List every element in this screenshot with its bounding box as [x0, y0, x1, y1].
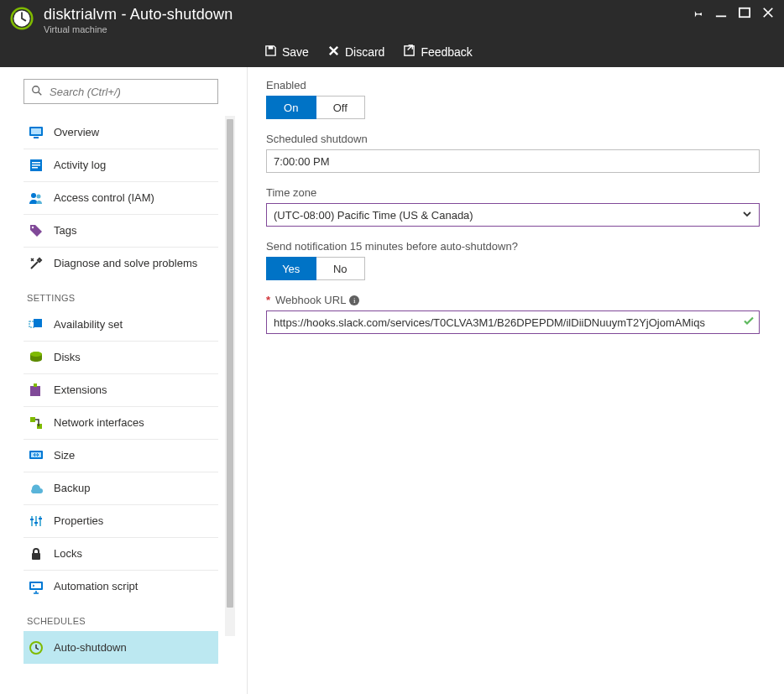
sidebar-item-label: Tags [54, 224, 76, 237]
notify-no[interactable]: No [316, 257, 366, 280]
search-field[interactable] [48, 85, 211, 99]
sidebar-item-availability-set[interactable]: Availability set [24, 308, 218, 341]
search-input[interactable] [24, 79, 218, 104]
properties-icon [29, 514, 44, 529]
backup-icon [29, 481, 44, 496]
info-icon[interactable]: i [349, 295, 359, 305]
sidebar-item-label: Availability set [54, 318, 123, 331]
sidebar-item-disks[interactable]: Disks [24, 341, 218, 373]
svg-point-15 [37, 194, 41, 198]
svg-rect-32 [39, 518, 42, 519]
minimize-icon[interactable] [715, 7, 727, 21]
sidebar-item-auto-shutdown[interactable]: Auto-shutdown [24, 631, 218, 664]
sidebar-item-network-interfaces[interactable]: Network interfaces [24, 406, 218, 439]
svg-rect-3 [740, 8, 750, 18]
notify-toggle[interactable]: Yes No [266, 257, 365, 280]
sidebar-section-schedules: SCHEDULES [24, 603, 218, 631]
sidebar-item-properties[interactable]: Properties [24, 504, 218, 537]
sidebar-item-activity-log[interactable]: Activity log [24, 149, 218, 181]
log-icon [29, 158, 44, 173]
sidebar-scrollbar[interactable] [225, 116, 235, 636]
size-icon [29, 448, 44, 463]
svg-point-14 [31, 193, 36, 198]
svg-rect-21 [30, 386, 40, 396]
scheduled-shutdown-input[interactable] [266, 149, 760, 173]
save-label: Save [282, 45, 309, 59]
enabled-off[interactable]: Off [316, 96, 366, 119]
scrollbar-thumb[interactable] [227, 119, 233, 608]
svg-rect-33 [32, 553, 40, 560]
maximize-icon[interactable] [739, 7, 750, 21]
sidebar-item-label: Disks [54, 351, 81, 363]
notify-label: Send notification 15 minutes before auto… [266, 240, 766, 253]
sidebar-item-size[interactable]: Size [24, 439, 218, 472]
svg-rect-31 [34, 522, 38, 524]
svg-rect-29 [39, 516, 41, 526]
svg-point-16 [32, 226, 34, 227]
chevron-down-icon [742, 209, 752, 222]
page-title: disktrialvm - Auto-shutdown [44, 5, 692, 23]
svg-rect-22 [34, 384, 37, 387]
sidebar-item-label: Locks [54, 547, 82, 560]
webhook-label: Webhook URL [275, 294, 346, 306]
notify-yes[interactable]: Yes [266, 257, 316, 280]
tag-icon [29, 223, 44, 238]
svg-rect-24 [37, 424, 42, 429]
lock-icon [29, 546, 44, 561]
svg-point-20 [30, 352, 42, 357]
sidebar-item-tags[interactable]: Tags [24, 214, 218, 247]
svg-rect-23 [30, 417, 35, 422]
sidebar-item-extensions[interactable]: Extensions [24, 373, 218, 406]
required-asterisk: * [266, 294, 270, 306]
script-icon [29, 579, 44, 594]
svg-rect-12 [32, 164, 40, 166]
sidebar-item-locks[interactable]: Locks [24, 537, 218, 570]
enabled-label: Enabled [266, 79, 766, 91]
sidebar-item-access-control[interactable]: Access control (IAM) [24, 181, 218, 214]
sidebar-item-backup[interactable]: Backup [24, 472, 218, 504]
feedback-label: Feedback [421, 45, 472, 59]
sidebar-item-label: Access control (IAM) [54, 191, 154, 204]
webhook-input[interactable] [266, 310, 760, 334]
feedback-button[interactable]: Feedback [403, 44, 472, 60]
enabled-on[interactable]: On [266, 96, 316, 119]
svg-rect-4 [269, 46, 274, 50]
save-button[interactable]: Save [264, 44, 309, 60]
svg-rect-8 [31, 128, 41, 134]
puzzle-icon [29, 383, 44, 398]
sidebar-item-label: Diagnose and solve problems [54, 257, 197, 269]
svg-rect-28 [35, 516, 37, 526]
save-icon [264, 44, 277, 60]
discard-button[interactable]: Discard [327, 44, 384, 60]
svg-point-6 [33, 86, 39, 92]
timezone-value: (UTC-08:00) Pacific Time (US & Canada) [274, 209, 473, 222]
discard-label: Discard [345, 45, 384, 59]
search-icon [31, 85, 48, 99]
sidebar-item-label: Extensions [54, 384, 107, 396]
people-icon [29, 190, 44, 206]
page-subtitle: Virtual machine [44, 23, 692, 35]
wrench-icon [29, 256, 44, 271]
svg-rect-18 [34, 319, 42, 327]
check-icon [743, 316, 755, 330]
sidebar-section-settings: SETTINGS [24, 279, 218, 308]
scheduled-shutdown-label: Scheduled shutdown [266, 133, 766, 145]
svg-rect-35 [31, 583, 41, 588]
sidebar-item-label: Activity log [54, 159, 106, 171]
svg-rect-30 [30, 519, 34, 520]
sidebar-item-automation-script[interactable]: Automation script [24, 570, 218, 603]
timezone-select[interactable]: (UTC-08:00) Pacific Time (US & Canada) [266, 203, 760, 227]
timezone-label: Time zone [266, 186, 766, 199]
monitor-icon [29, 125, 44, 140]
sidebar-item-label: Backup [54, 482, 90, 494]
sidebar-item-overview[interactable]: Overview [24, 116, 218, 149]
sidebar-item-label: Automation script [54, 580, 138, 592]
clock-small-icon [29, 640, 44, 655]
svg-rect-13 [32, 167, 38, 169]
pin-icon[interactable] [692, 7, 703, 21]
clock-icon [10, 7, 34, 30]
feedback-icon [403, 44, 416, 60]
close-icon[interactable] [762, 7, 774, 21]
sidebar-item-diagnose[interactable]: Diagnose and solve problems [24, 247, 218, 279]
enabled-toggle[interactable]: On Off [266, 96, 365, 119]
